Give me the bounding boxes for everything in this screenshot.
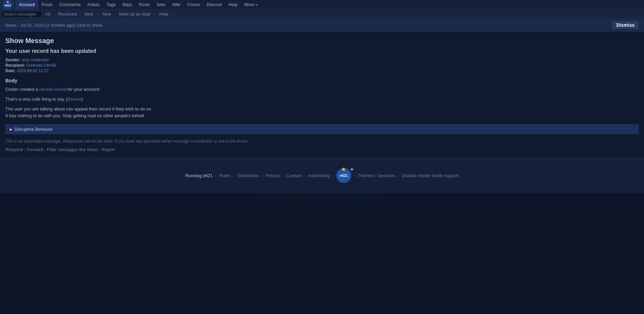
date-value: 2023-09-02 12:27 bbox=[17, 68, 49, 73]
nav-item-pools[interactable]: Pools bbox=[135, 0, 153, 9]
nav-item-comments[interactable]: Comments bbox=[56, 0, 84, 9]
source-link[interactable]: Source bbox=[68, 97, 82, 102]
nav-item-help[interactable]: Help bbox=[225, 0, 241, 9]
news-banner[interactable]: News - Jul 01, 2023 (2 months ago) Click… bbox=[0, 19, 644, 32]
collapsible-header[interactable]: ▶ Disruptive Behavior bbox=[6, 125, 638, 134]
collapsible-label: Disruptive Behavior bbox=[15, 127, 53, 132]
nav-item-artists[interactable]: Artists bbox=[84, 0, 103, 9]
recipient-label: Recipient: bbox=[5, 63, 25, 68]
separator-pipe-1: | bbox=[95, 12, 101, 17]
running-label: Running e621 bbox=[185, 173, 213, 178]
message-subject: Your user record has been updated bbox=[5, 48, 639, 54]
sub-navigation: All Received Sent | New Mark all as read… bbox=[0, 9, 644, 19]
body-label: Body bbox=[5, 78, 639, 83]
body-line-2: That's a very rude thing to say. [Source… bbox=[5, 96, 639, 103]
logo-icon: e621 bbox=[3, 0, 13, 9]
footer-contact[interactable]: Contact bbox=[286, 173, 302, 178]
body-line-3: The user you are talking about can appea… bbox=[5, 106, 639, 120]
footer-sep-5: – bbox=[332, 173, 334, 178]
footer-sep-2: – bbox=[261, 173, 263, 178]
date-row: Date: 2023-09-02 12:27 bbox=[5, 68, 639, 73]
footer-star-icon: ★ bbox=[341, 166, 346, 172]
nav-item-forum[interactable]: Forum bbox=[184, 0, 203, 9]
subnav-new[interactable]: New bbox=[100, 12, 113, 17]
forward-link[interactable]: Forward bbox=[27, 147, 43, 152]
footer-takedowns[interactable]: Takedowns bbox=[237, 173, 259, 178]
message-body: Cinder created a neutral record for your… bbox=[5, 86, 639, 120]
action-links: Respond | Forward | Filter messages like… bbox=[5, 147, 639, 152]
subnav-mark-all-read[interactable]: Mark all as read bbox=[117, 12, 152, 17]
footer-links: Running e621 – Rules – Takedowns – Priva… bbox=[185, 168, 459, 183]
nav-item-wiki[interactable]: Wiki bbox=[169, 0, 184, 9]
top-navigation: e621 Account Posts Comments Artists Tags… bbox=[0, 0, 644, 9]
nav-item-tags[interactable]: Tags bbox=[103, 0, 119, 9]
recipient-link[interactable]: GodeaterJohn88 bbox=[26, 63, 56, 68]
footer-sep-7: – bbox=[397, 173, 400, 178]
separator-2 bbox=[52, 12, 56, 17]
footer: Running e621 – Rules – Takedowns – Priva… bbox=[0, 158, 644, 193]
sender-label: Sender: bbox=[5, 58, 21, 62]
action-sep-2: | bbox=[44, 147, 45, 152]
footer-rules[interactable]: Rules bbox=[219, 173, 230, 178]
footer-arrow-icon: ▶ bbox=[351, 167, 354, 171]
nav-items: Account Posts Comments Artists Tags Blip… bbox=[16, 0, 261, 9]
footer-disable-mobile[interactable]: Disable mobile mode support bbox=[402, 173, 459, 178]
footer-sep-0: – bbox=[215, 173, 217, 178]
subnav-help[interactable]: Help bbox=[157, 12, 171, 17]
recipient-row: Recipient: GodeaterJohn88 bbox=[5, 63, 639, 68]
footer-advertising[interactable]: Advertising bbox=[308, 173, 330, 178]
sender-link[interactable]: auto moderator bbox=[22, 58, 49, 62]
automated-message: This is an automated message. Responses … bbox=[5, 139, 639, 144]
main-content: Show Message Your user record has been u… bbox=[0, 32, 644, 158]
nav-item-sets[interactable]: Sets bbox=[153, 0, 169, 9]
nav-item-posts[interactable]: Posts bbox=[38, 0, 56, 9]
respond-link[interactable]: Respond bbox=[5, 147, 23, 152]
nav-item-more[interactable]: More » bbox=[241, 0, 261, 9]
report-link[interactable]: Report bbox=[102, 147, 115, 152]
separator-3 bbox=[79, 12, 82, 17]
dismiss-button[interactable]: Dismiss bbox=[612, 21, 639, 29]
footer-sep-4: – bbox=[304, 173, 306, 178]
footer-themes[interactable]: Themes / Gestures bbox=[358, 173, 395, 178]
nav-item-blips[interactable]: Blips bbox=[119, 0, 135, 9]
neutral-record-link[interactable]: neutral record bbox=[39, 87, 66, 92]
action-sep-3: | bbox=[99, 147, 100, 152]
footer-logo: ★ e621 ▶ bbox=[336, 168, 351, 183]
page-title: Show Message bbox=[5, 37, 639, 45]
collapsible-section: ▶ Disruptive Behavior bbox=[5, 124, 639, 134]
nav-item-discord[interactable]: Discord bbox=[203, 0, 225, 9]
separator-4 bbox=[113, 12, 117, 17]
subnav-all[interactable]: All bbox=[43, 12, 52, 17]
filter-link[interactable]: Filter messages like these bbox=[47, 147, 98, 152]
action-sep-1: | bbox=[24, 147, 25, 152]
news-text: News - Jul 01, 2023 (2 months ago) Click… bbox=[5, 23, 103, 28]
search-input[interactable] bbox=[1, 11, 42, 18]
subnav-received[interactable]: Received bbox=[56, 12, 79, 17]
footer-sep-6: – bbox=[353, 173, 356, 178]
footer-sep-3: – bbox=[282, 173, 284, 178]
message-container: Show Message Your user record has been u… bbox=[0, 32, 644, 158]
subnav-sent[interactable]: Sent bbox=[82, 12, 95, 17]
site-logo[interactable]: e621 bbox=[0, 0, 16, 9]
footer-sep-1: – bbox=[232, 173, 235, 178]
sender-row: Sender: auto moderator bbox=[5, 58, 639, 62]
nav-item-account[interactable]: Account bbox=[16, 0, 38, 9]
collapse-arrow-icon: ▶ bbox=[10, 127, 13, 131]
separator-pipe-2: | bbox=[152, 12, 157, 17]
date-label: Date: bbox=[5, 68, 16, 73]
body-line-1: Cinder created a neutral record for your… bbox=[5, 86, 639, 93]
footer-privacy[interactable]: Privacy bbox=[266, 173, 280, 178]
svg-text:e621: e621 bbox=[4, 4, 11, 7]
